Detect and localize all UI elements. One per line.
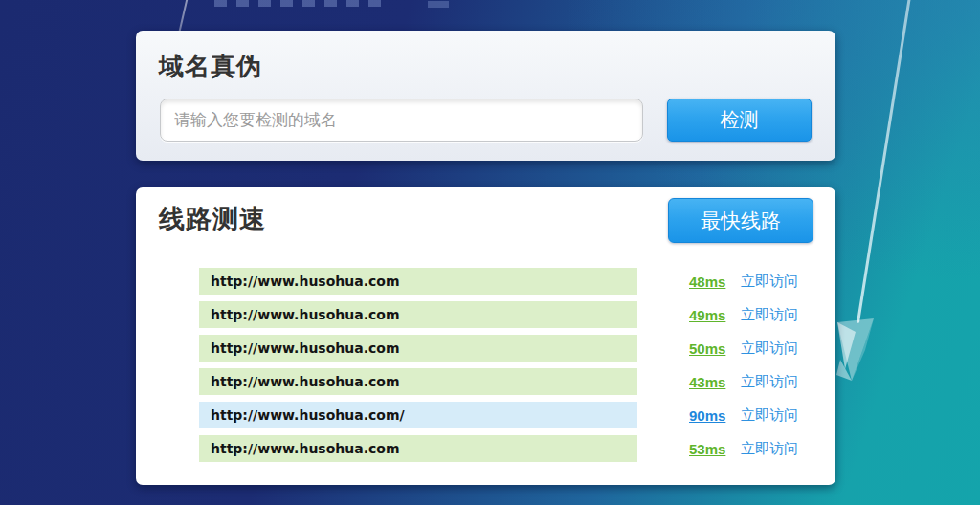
domain-input[interactable] bbox=[160, 99, 643, 142]
speed-test-row: http://www.husohua.com 43ms 立即访问 bbox=[199, 368, 798, 395]
page-background: 域名真伪 检测 线路测速 最快线路 http://www.husohua.com… bbox=[0, 0, 980, 505]
latency-link[interactable]: 49ms bbox=[689, 307, 735, 323]
speed-test-title: 线路测速 bbox=[159, 202, 266, 236]
arrow-line-decoration bbox=[857, 0, 912, 323]
url-text: http://www.husohua.com bbox=[211, 374, 400, 389]
speed-test-card: 线路测速 最快线路 http://www.husohua.com 48ms 立即… bbox=[136, 187, 835, 485]
latency-link[interactable]: 43ms bbox=[689, 374, 735, 390]
latency-link[interactable]: 50ms bbox=[689, 340, 735, 357]
url-text: http://www.husohua.com bbox=[211, 441, 400, 456]
url-bar: http://www.husohua.com bbox=[199, 335, 637, 362]
fastest-line-button[interactable]: 最快线路 bbox=[668, 198, 813, 243]
url-bar: http://www.husohua.com bbox=[199, 368, 637, 395]
check-button[interactable]: 检测 bbox=[667, 99, 812, 142]
speed-test-row: http://www.husohua.com 50ms 立即访问 bbox=[199, 335, 798, 362]
latency-link[interactable]: 53ms bbox=[689, 441, 735, 457]
clipped-top-text-decoration bbox=[214, 0, 389, 7]
speed-test-row: http://www.husohua.com 49ms 立即访问 bbox=[199, 301, 798, 328]
url-bar: http://www.husohua.com/ bbox=[199, 402, 637, 428]
domain-check-card: 域名真伪 检测 bbox=[136, 31, 835, 161]
url-text: http://www.husohua.com bbox=[211, 340, 400, 356]
url-bar: http://www.husohua.com bbox=[199, 268, 637, 295]
latency-link[interactable]: 90ms bbox=[689, 407, 735, 424]
speed-test-rows: http://www.husohua.com 48ms 立即访问 http://… bbox=[199, 268, 798, 469]
visit-now-link[interactable]: 立即访问 bbox=[741, 273, 798, 291]
url-text: http://www.husohua.com bbox=[211, 307, 400, 322]
url-bar: http://www.husohua.com bbox=[199, 435, 637, 462]
visit-now-link[interactable]: 立即访问 bbox=[741, 306, 798, 324]
url-bar: http://www.husohua.com bbox=[199, 301, 637, 328]
visit-now-link[interactable]: 立即访问 bbox=[741, 340, 798, 358]
clipped-top-text-decoration bbox=[428, 1, 449, 8]
latency-link[interactable]: 48ms bbox=[689, 274, 735, 290]
speed-test-row: http://www.husohua.com 48ms 立即访问 bbox=[199, 268, 798, 295]
visit-now-link[interactable]: 立即访问 bbox=[741, 440, 798, 458]
visit-now-link[interactable]: 立即访问 bbox=[741, 406, 798, 425]
speed-test-row: http://www.husohua.com/ 90ms 立即访问 bbox=[199, 402, 798, 428]
domain-check-title: 域名真伪 bbox=[159, 50, 262, 83]
url-text: http://www.husohua.com bbox=[211, 274, 400, 289]
arrow-head-decoration bbox=[829, 310, 880, 392]
speed-test-row: http://www.husohua.com 53ms 立即访问 bbox=[199, 435, 798, 462]
url-text: http://www.husohua.com/ bbox=[211, 407, 405, 423]
visit-now-link[interactable]: 立即访问 bbox=[741, 373, 798, 391]
